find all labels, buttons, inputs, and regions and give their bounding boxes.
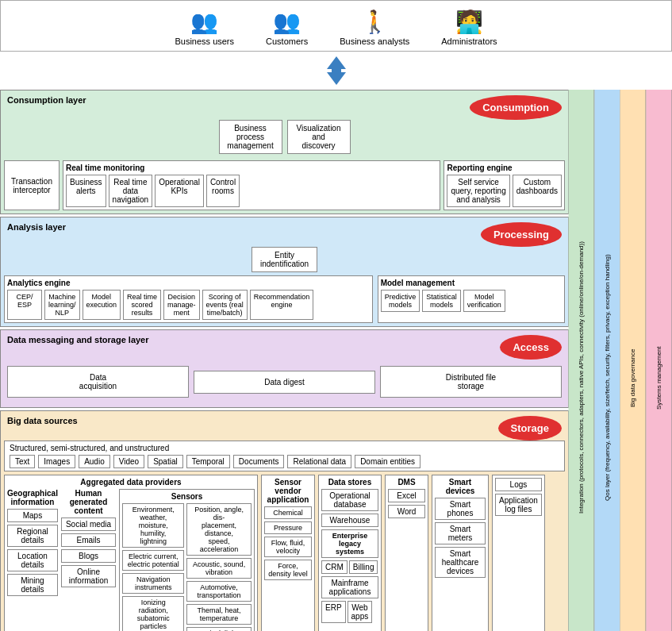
- aggregated-providers: Aggregated data providers Geographical i…: [4, 475, 258, 631]
- geo-col: Geographical information Maps Regional d…: [7, 489, 58, 631]
- ae-title: Analytics engine: [7, 279, 370, 287]
- access-oval: Access: [500, 335, 562, 360]
- s-relational: Relational data: [287, 455, 351, 468]
- structured-boxes: Text Images Audio Video Spatial Temporal…: [10, 455, 559, 468]
- aggregated-section-row: Aggregated data providers Geographical i…: [4, 475, 565, 631]
- consumption-bottom: Transaction interceptor Real time monito…: [4, 160, 565, 210]
- sd-title: Smart devices: [435, 478, 486, 495]
- smart-devices-section: Smart devices Smart phones Smart meters …: [432, 475, 489, 631]
- viz-box: Visualization and discovery: [287, 120, 351, 154]
- systems-mgmt-label: Systems management: [647, 90, 673, 631]
- s-text: Text: [10, 455, 35, 468]
- sv-force: Force, density level: [264, 560, 312, 580]
- admins-label: Administrators: [441, 37, 497, 46]
- app-logs-box: Application log files: [495, 494, 542, 516]
- realtime-monitoring-section: Real time monitoring Business alerts Rea…: [63, 160, 440, 210]
- analytics-engine-section: Analytics engine CEP/ ESP Machine learni…: [4, 275, 373, 323]
- dms-section: DMS Excel Word: [385, 475, 428, 631]
- svg-marker-0: [327, 56, 346, 85]
- processing-oval: Processing: [481, 222, 562, 247]
- s-electric: Electric current, electric potential: [122, 550, 184, 571]
- s-automotive: Automotive, transportation: [186, 581, 252, 602]
- billing-box: Billing: [349, 560, 378, 574]
- ae-decision: Decision manage- ment: [163, 290, 200, 320]
- analysis-layer-title: Analysis layer: [4, 221, 69, 233]
- consumption-layer: Consumption layer Consumption Business p…: [0, 90, 569, 214]
- logs-box: Logs: [495, 478, 542, 491]
- consumption-layer-title: Consumption layer: [4, 94, 90, 106]
- reporting-engine-section: Reporting engine Self service query, rep…: [444, 160, 565, 210]
- re-title: Reporting engine: [447, 164, 562, 172]
- s-documents: Documents: [233, 455, 285, 468]
- ent-legacy-title-inline: Enterprise legacy systems: [321, 529, 378, 558]
- consumption-top: Business process management Visualizatio…: [4, 120, 565, 157]
- mm-boxes: Predictive models Statistical models Mod…: [381, 290, 562, 312]
- webapps-box: Web apps: [348, 601, 373, 623]
- re-boxes: Self service query, reporting and analys…: [447, 175, 562, 207]
- ds-operational: Operational database: [321, 489, 378, 511]
- ds-title: Data stores: [321, 478, 378, 487]
- rt-box-nav: Real time data navigation: [109, 175, 153, 207]
- re-box-selfservice: Self service query, reporting and analys…: [447, 175, 509, 207]
- admins-icon: 🧑‍💻: [455, 9, 483, 35]
- ae-ml: Machine learning/ NLP: [44, 290, 80, 320]
- hgc-col: Human generated content Social media Ema…: [61, 489, 116, 631]
- geo-title: Geographical information: [7, 489, 58, 506]
- sensors-cols: Environment, weather, moisture, humility…: [122, 503, 252, 631]
- re-box-dashboards: Custom dashboards: [513, 175, 562, 207]
- app-root: 👥 Business users 👥 Customers 🚶 Business …: [0, 0, 672, 631]
- bidirectional-arrow: [321, 55, 352, 87]
- customers-icon: 👥: [273, 9, 301, 35]
- crm-box: CRM: [321, 560, 348, 574]
- rt-box-kpis: Operational KPIs: [155, 175, 204, 207]
- user-customers: 👥 Customers: [266, 9, 308, 46]
- main-content: Consumption layer Consumption Business p…: [0, 90, 672, 631]
- mainframe-box: Mainframe applications: [321, 576, 378, 598]
- big-data-layer: Big data sources Storage Structured, sem…: [0, 410, 569, 631]
- transaction-interceptor-box: Transaction interceptor: [4, 160, 60, 210]
- ae-cep: CEP/ ESP: [7, 290, 42, 320]
- analysts-icon: 🚶: [361, 9, 389, 35]
- mm-predictive: Predictive models: [381, 290, 420, 312]
- user-business: 👥 Business users: [175, 9, 234, 46]
- erp-web-row: ERP Web apps: [321, 601, 378, 623]
- s-thermal: Themal, heat, temperature: [186, 604, 252, 625]
- ae-recommendation: Recommendation engine: [250, 290, 314, 320]
- consumption-oval: Consumption: [470, 95, 562, 120]
- mm-title: Model management: [381, 279, 562, 287]
- s-audio: Audio: [79, 455, 110, 468]
- sensor-vendor-section: Sensor vendor application Chemical Press…: [261, 475, 315, 631]
- ae-scoring: Scoring of events (real time/batch): [202, 290, 248, 320]
- arrow-container: [0, 52, 672, 90]
- dms-excel: Excel: [388, 489, 425, 502]
- s-video: Video: [113, 455, 144, 468]
- s-ionizing: Ionizing radiation, subatomic particles: [122, 596, 184, 631]
- s-optical: Optical, light, imaging, photon: [186, 627, 252, 631]
- s-domain: Domain entities: [355, 455, 420, 468]
- data-messaging-title: Data messaging and storage layer: [4, 333, 152, 346]
- data-messaging-layer: Data messaging and storage layer Access …: [0, 329, 569, 408]
- ae-realtime: Real time scored results: [123, 290, 161, 320]
- structured-title: Structured, semi-structured, and unstruc…: [10, 444, 559, 452]
- structured-row: Structured, semi-structured, and unstruc…: [4, 441, 565, 471]
- customers-label: Customers: [266, 37, 308, 46]
- hgc-online: Online information: [61, 565, 116, 587]
- mm-verification: Model verification: [463, 290, 505, 312]
- distributed-file-storage-box: Distributed file storage: [380, 366, 562, 398]
- consumption-inner: Business process management Visualizatio…: [4, 120, 565, 210]
- rt-box-control: Control rooms: [206, 175, 240, 207]
- ae-boxes: CEP/ ESP Machine learning/ NLP Model exe…: [7, 290, 370, 320]
- mm-statistical: Statistical models: [422, 290, 461, 312]
- integration-label: Integration (protocols, connectors, adap…: [569, 90, 595, 631]
- hgc-emails: Emails: [61, 533, 116, 547]
- analysis-inner: Entity indentification Analytics engine …: [4, 247, 565, 323]
- analysis-top: Entity indentification: [4, 247, 565, 272]
- sensors-title: Sensors: [122, 492, 252, 501]
- agg-title: Aggregated data providers: [7, 478, 255, 487]
- ae-model-exec: Model execution: [83, 290, 121, 320]
- analysts-label: Business analysts: [340, 37, 409, 46]
- geo-regional: Regional details: [7, 525, 58, 547]
- data-acquisition-box: Data acquisition: [7, 366, 189, 398]
- dms-title: DMS: [388, 478, 425, 487]
- dm-inner: Data acquisition Data digest Distributed…: [4, 360, 565, 404]
